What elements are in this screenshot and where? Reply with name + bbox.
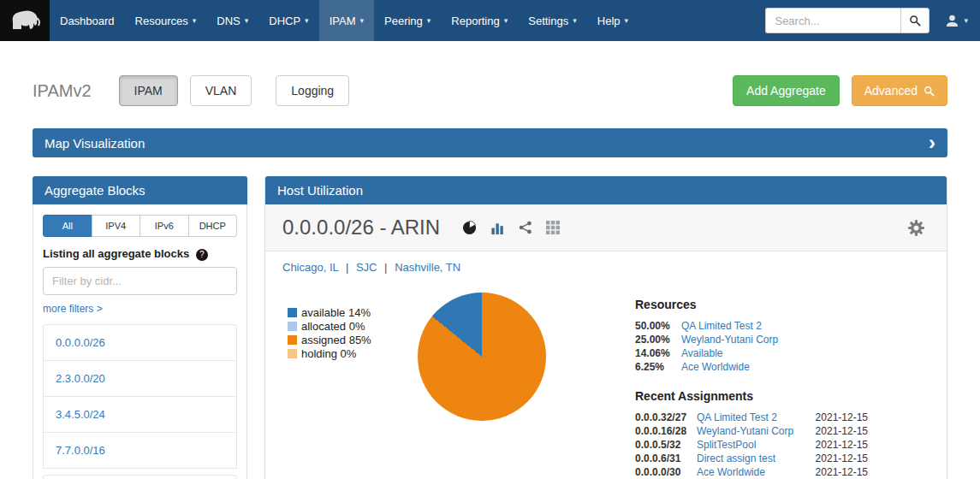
- breadcrumb-link[interactable]: Nashville, TN: [395, 261, 460, 274]
- assignment-row: 0.0.0.6/31Direct assign test2021-12-15: [635, 452, 868, 465]
- search-button[interactable]: [900, 8, 930, 33]
- assignment-link[interactable]: QA Limited Test 2: [697, 411, 777, 424]
- assignment-date: 2021-12-15: [816, 452, 868, 465]
- assignment-row: 0.0.0.16/28Weyland-Yutani Corp2021-12-15: [635, 424, 868, 438]
- aggregate-block-link[interactable]: 0.0.0.0/26: [44, 325, 236, 361]
- bar-view-icon[interactable]: [490, 221, 505, 235]
- assignment-cidr: 0.0.0.32/27: [635, 411, 697, 424]
- block-toolbar: 0.0.0.0/26 - ARIN: [265, 204, 947, 251]
- caret-down-icon: ▾: [193, 16, 197, 25]
- chevron-right-icon[interactable]: ›: [929, 131, 935, 155]
- help-icon[interactable]: ?: [196, 249, 208, 261]
- host-utilization-header: Host Utilization: [265, 176, 947, 204]
- list-item: 3.4.5.0/24: [43, 396, 237, 433]
- advanced-label: Advanced: [864, 84, 918, 98]
- filter-tab-dhcp[interactable]: DHCP: [188, 215, 238, 237]
- assignment-date: 2021-12-15: [816, 465, 868, 479]
- tab-vlan[interactable]: VLAN: [190, 75, 252, 106]
- assignment-link[interactable]: Weyland-Yutani Corp: [697, 424, 793, 438]
- resource-link[interactable]: Available: [681, 346, 722, 360]
- assignment-link[interactable]: Direct assign test: [697, 452, 775, 465]
- nav-label: Dashboard: [60, 15, 115, 27]
- user-icon: [945, 14, 959, 28]
- nav-item-resources[interactable]: Resources▾: [125, 0, 207, 41]
- breadcrumb-link[interactable]: SJC: [356, 261, 377, 274]
- legend-item[interactable]: holding 0%: [288, 347, 418, 360]
- map-panel-title: Map Visualization: [45, 136, 145, 151]
- search-icon: [909, 15, 921, 27]
- assignment-cidr: 0.0.0.16/28: [635, 424, 697, 438]
- legend-swatch: [288, 335, 297, 345]
- cidr-filter-input[interactable]: [43, 267, 237, 295]
- nav-label: Settings: [528, 15, 568, 27]
- assignment-link[interactable]: SplitTestPool: [697, 438, 756, 452]
- nav-item-peering[interactable]: Peering▾: [374, 0, 441, 41]
- resource-link[interactable]: Weyland-Yutani Corp: [681, 333, 778, 346]
- top-navbar: Dashboard Resources▾ DNS▾ DHCP▾ IPAM▾ Pe…: [0, 0, 980, 41]
- pie-chart[interactable]: [418, 293, 546, 421]
- aggregate-block-link[interactable]: 3.4.5.0/24: [44, 397, 236, 433]
- tab-ipam[interactable]: IPAM: [119, 75, 178, 106]
- assignment-cidr: 0.0.0.0/30: [635, 465, 697, 479]
- nav-item-dashboard[interactable]: Dashboard: [50, 0, 125, 41]
- grid-view-icon[interactable]: [546, 221, 560, 234]
- search-icon: [924, 86, 935, 97]
- filter-tab-ipv6[interactable]: IPv6: [140, 215, 189, 237]
- map-visualization-panel[interactable]: Map Visualization ›: [33, 128, 947, 157]
- resource-percent: 25.00%: [635, 333, 681, 346]
- list-item: 7.7.0.0/16: [43, 432, 237, 469]
- assignment-row: 0.0.0.32/27QA Limited Test 22021-12-15: [635, 411, 868, 424]
- search-input[interactable]: [765, 8, 900, 33]
- filter-tab-ipv4[interactable]: IPV4: [92, 215, 141, 237]
- assignment-date: 2021-12-15: [816, 424, 868, 438]
- filter-tab-all[interactable]: All: [43, 215, 92, 237]
- nav-label: DNS: [217, 15, 240, 27]
- legend-label: allocated 0%: [301, 320, 365, 333]
- list-item: 0.0.0.0/26: [43, 324, 237, 361]
- advanced-button[interactable]: Advanced: [852, 75, 947, 106]
- legend-label: assigned 85%: [301, 334, 371, 346]
- assignment-link[interactable]: Ace Worldwide: [697, 465, 765, 479]
- breadcrumb-link[interactable]: Chicago, IL: [282, 261, 338, 274]
- provision-logo[interactable]: [0, 0, 50, 41]
- assignment-row: 0.0.0.0/30Ace Worldwide2021-12-15: [635, 465, 868, 479]
- legend-item[interactable]: assigned 85%: [288, 334, 418, 346]
- aggregate-block-link[interactable]: 7.7.0.0/16: [44, 433, 236, 469]
- resource-row: 25.00%Weyland-Yutani Corp: [635, 333, 868, 346]
- separator: |: [346, 261, 348, 274]
- gear-icon[interactable]: [906, 218, 926, 238]
- legend-item[interactable]: allocated 0%: [288, 320, 418, 333]
- nav-item-settings[interactable]: Settings▾: [518, 0, 587, 41]
- nav-item-help[interactable]: Help▾: [587, 0, 638, 41]
- legend-swatch: [288, 322, 297, 331]
- user-menu[interactable]: ▾: [938, 0, 980, 41]
- legend-swatch: [288, 308, 297, 317]
- separator: |: [384, 261, 387, 274]
- nav-item-ipam[interactable]: IPAM▾: [319, 0, 374, 41]
- resource-link[interactable]: QA Limited Test 2: [681, 319, 762, 333]
- caret-down-icon: ▾: [427, 16, 431, 25]
- nav-item-reporting[interactable]: Reporting▾: [441, 0, 518, 41]
- aggregate-blocks-header: Aggregate Blocks: [33, 176, 247, 204]
- caret-down-icon: ▾: [573, 16, 577, 25]
- resource-percent: 14.06%: [635, 346, 681, 360]
- resource-link[interactable]: Ace Worldwide: [681, 360, 750, 374]
- legend-item[interactable]: available 14%: [288, 306, 418, 319]
- add-aggregate-button[interactable]: Add Aggregate: [733, 75, 840, 106]
- share-icon[interactable]: [519, 221, 532, 234]
- nav-item-dhcp[interactable]: DHCP▾: [258, 0, 318, 41]
- host-utilization-panel: Host Utilization 0.0.0.0/26 - ARIN: [264, 176, 947, 479]
- assignment-date: 2021-12-15: [816, 438, 868, 452]
- pie-view-icon[interactable]: [462, 221, 477, 235]
- more-filters-link[interactable]: more filters >: [43, 303, 103, 315]
- pie-legend: available 14% allocated 0% assigned 85% …: [288, 306, 418, 479]
- page-header: IPAMv2 IPAM VLAN Logging Add Aggregate A…: [0, 41, 980, 128]
- legend-swatch: [288, 349, 297, 358]
- caret-down-icon: ▾: [504, 16, 508, 25]
- recent-assignments-heading: Recent Assignments: [635, 389, 868, 403]
- tab-logging[interactable]: Logging: [276, 75, 349, 106]
- nav-item-dns[interactable]: DNS▾: [206, 0, 258, 41]
- listing-label: Listing all aggregate blocks: [43, 247, 189, 260]
- assignment-cidr: 0.0.0.5/32: [635, 438, 697, 452]
- aggregate-block-link[interactable]: 2.3.0.0/20: [44, 361, 236, 397]
